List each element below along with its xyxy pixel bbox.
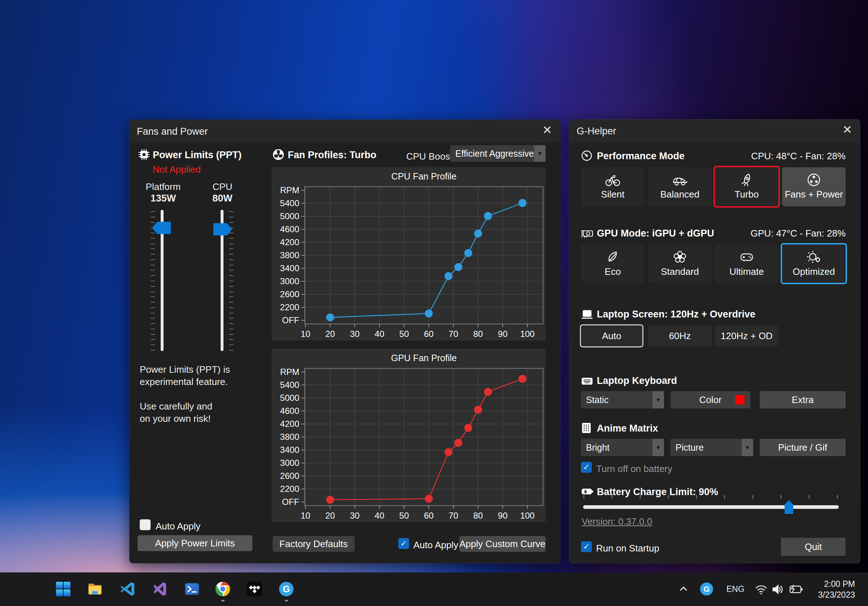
- svg-text:90: 90: [498, 329, 508, 339]
- curve-auto-apply-checkbox[interactable]: ✓: [398, 538, 409, 549]
- gpu-mode-eco[interactable]: Eco: [581, 245, 645, 283]
- svg-text:4600: 4600: [280, 224, 299, 234]
- screen-60hz[interactable]: 60Hz: [648, 325, 711, 346]
- gpu-fan-chart-panel[interactable]: RPM540050004600420038003400300026002200O…: [271, 349, 546, 522]
- battery-slider-track[interactable]: [583, 505, 839, 509]
- cpu-fan-chart[interactable]: RPM540050004600420038003400300026002200O…: [271, 167, 546, 341]
- svg-text:100: 100: [520, 329, 535, 339]
- experimental-note-line3: Use carefully and: [140, 401, 212, 412]
- wifi-icon[interactable]: [755, 584, 768, 597]
- chevron-down-icon[interactable]: ▾: [742, 439, 753, 456]
- chip-icon: [138, 149, 150, 160]
- terminal-icon[interactable]: [184, 581, 200, 597]
- turn-off-on-battery-checkbox[interactable]: ✓: [581, 462, 592, 473]
- svg-text:40: 40: [375, 329, 384, 339]
- chevron-down-icon[interactable]: ▾: [653, 391, 664, 408]
- clock[interactable]: 2:00 PM 3/23/2023: [818, 578, 855, 600]
- svg-text:40: 40: [375, 511, 384, 521]
- tidal-icon[interactable]: [246, 581, 262, 597]
- gpu-mode-label: Optimized: [782, 266, 846, 277]
- perf-mode-label: Turbo: [715, 189, 778, 200]
- keyboard-extra-button[interactable]: Extra: [760, 391, 846, 408]
- gauge-icon: [581, 150, 592, 161]
- file-explorer-icon[interactable]: [87, 581, 103, 597]
- experimental-note-line2: experimental feature.: [140, 376, 228, 387]
- svg-text:50: 50: [399, 511, 409, 521]
- picture-gif-button[interactable]: Picture / Gif: [760, 439, 846, 456]
- battery-tray-icon[interactable]: [789, 584, 802, 598]
- visual-studio-icon[interactable]: [152, 581, 168, 597]
- gpu-mode-ultimate[interactable]: Ultimate: [715, 245, 778, 283]
- keyboard-color-button[interactable]: Color: [671, 391, 750, 408]
- screen-auto-selected[interactable]: Auto: [580, 324, 643, 347]
- gpu-fan-chart[interactable]: RPM540050004600420038003400300026002200O…: [271, 349, 546, 522]
- color-swatch: [735, 395, 744, 405]
- perf-mode-silent[interactable]: Silent: [581, 167, 645, 206]
- apply-custom-curve-button[interactable]: Apply Custom Curve: [459, 536, 546, 552]
- perf-mode-fans-power[interactable]: Fans + Power: [782, 167, 846, 206]
- svg-text:RPM: RPM: [280, 367, 299, 377]
- window-title: Fans and Power: [137, 126, 208, 137]
- svg-text:3000: 3000: [280, 458, 299, 468]
- volume-icon[interactable]: [771, 583, 785, 597]
- vscode-icon[interactable]: [120, 581, 136, 597]
- ghelper-tray-icon[interactable]: G: [700, 582, 713, 596]
- factory-defaults-button[interactable]: Factory Defaults: [273, 536, 355, 552]
- cpu-boost-label: CPU Boost: [406, 151, 453, 162]
- power-auto-apply-label: Auto Apply: [156, 521, 200, 532]
- version-link[interactable]: Version: 0.37.0.0: [582, 516, 652, 527]
- battery-slider-thumb[interactable]: [784, 500, 793, 514]
- run-on-startup-checkbox[interactable]: ✓: [581, 541, 592, 552]
- svg-text:5400: 5400: [280, 198, 299, 208]
- keyboard-mode-dropdown[interactable]: Static ▾: [581, 391, 664, 408]
- chevron-up-icon[interactable]: [678, 584, 692, 598]
- cpu-boost-dropdown[interactable]: Efficient Aggressive ▾: [450, 145, 546, 162]
- platform-value: 135W: [139, 193, 188, 204]
- anime-content-dropdown[interactable]: Picture ▾: [671, 439, 753, 456]
- svg-text:OFF: OFF: [282, 497, 299, 507]
- svg-text:30: 30: [350, 511, 360, 521]
- cpu-boost-value: Efficient Aggressive: [455, 149, 534, 159]
- laptop-icon: [581, 309, 592, 320]
- svg-text:70: 70: [448, 329, 458, 339]
- windows-start-icon[interactable]: [55, 581, 71, 597]
- fans-window-titlebar[interactable]: Fans and Power ✕: [130, 120, 560, 143]
- chevron-down-icon[interactable]: ▾: [534, 145, 546, 162]
- close-icon[interactable]: ✕: [842, 124, 852, 135]
- ghelper-titlebar[interactable]: G-Helper ✕: [569, 119, 860, 143]
- check-icon: ✓: [583, 463, 590, 472]
- gpu-temp-status: GPU: 47°C - Fan: 28%: [751, 228, 846, 239]
- window-title: G-Helper: [577, 126, 616, 137]
- svg-text:20: 20: [326, 511, 335, 521]
- svg-text:4200: 4200: [280, 419, 299, 429]
- gpu-mode-header: GPU Mode: iGPU + dGPU: [597, 228, 714, 239]
- ghelper-taskbar-icon[interactable]: G: [278, 581, 294, 597]
- cpu-fan-chart-panel[interactable]: RPM540050004600420038003400300026002200O…: [271, 167, 546, 341]
- screen-120hz-od[interactable]: 120Hz + OD: [715, 325, 778, 346]
- performance-mode-header: Performance Mode: [597, 150, 685, 162]
- svg-text:30: 30: [350, 329, 360, 339]
- anime-brightness-dropdown[interactable]: Bright ▾: [581, 439, 664, 456]
- battery-slider-ticks: [583, 495, 839, 499]
- bicycle-icon: [604, 172, 621, 188]
- apply-power-limits-button[interactable]: Apply Power Limits: [138, 535, 253, 551]
- curve-auto-apply-label: Auto Apply: [414, 539, 458, 551]
- keyboard-mode-value: Static: [586, 395, 609, 405]
- screen-mode-label: Auto: [602, 330, 622, 342]
- power-auto-apply-checkbox[interactable]: [140, 519, 150, 530]
- cpu-value: 80W: [198, 193, 246, 204]
- anime-matrix-header: Anime Matrix: [597, 423, 658, 434]
- chevron-down-icon[interactable]: ▾: [653, 439, 664, 456]
- bulb-gear-icon: [806, 249, 822, 265]
- leaf-icon: [604, 249, 621, 265]
- gpu-mode-optimized-selected[interactable]: Optimized: [781, 243, 847, 284]
- keyboard-icon: [581, 375, 592, 387]
- close-icon[interactable]: ✕: [542, 124, 552, 136]
- language-indicator[interactable]: ENG: [727, 584, 744, 594]
- perf-mode-turbo-selected[interactable]: Turbo: [713, 166, 780, 208]
- gpu-mode-standard[interactable]: Standard: [648, 245, 711, 283]
- quit-button[interactable]: Quit: [781, 538, 846, 556]
- chrome-icon[interactable]: [215, 581, 231, 597]
- check-icon: ✓: [583, 542, 590, 552]
- perf-mode-balanced[interactable]: Balanced: [648, 167, 711, 206]
